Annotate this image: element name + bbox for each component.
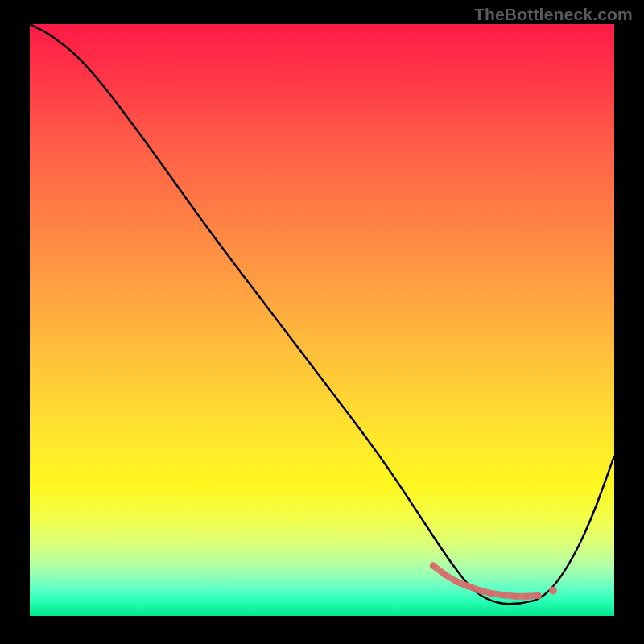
plot-area: [30, 24, 614, 616]
optimal-marker: [430, 563, 436, 569]
optimal-marker: [477, 587, 483, 593]
optimal-marker: [535, 592, 542, 599]
chart-svg: [30, 24, 614, 616]
optimal-marker: [500, 592, 506, 598]
optimal-marker: [453, 578, 460, 584]
watermark-text: TheBottleneck.com: [474, 5, 633, 24]
optimal-marker: [465, 583, 472, 589]
optimal-range-markers: [430, 563, 557, 600]
optimal-marker: [549, 586, 557, 594]
bottleneck-curve: [30, 24, 614, 604]
optimal-marker: [523, 593, 530, 600]
optimal-marker: [489, 590, 495, 597]
chart-container: TheBottleneck.com: [0, 0, 644, 644]
optimal-range-track: [433, 566, 539, 597]
optimal-marker: [512, 593, 518, 600]
optimal-marker: [441, 572, 448, 578]
